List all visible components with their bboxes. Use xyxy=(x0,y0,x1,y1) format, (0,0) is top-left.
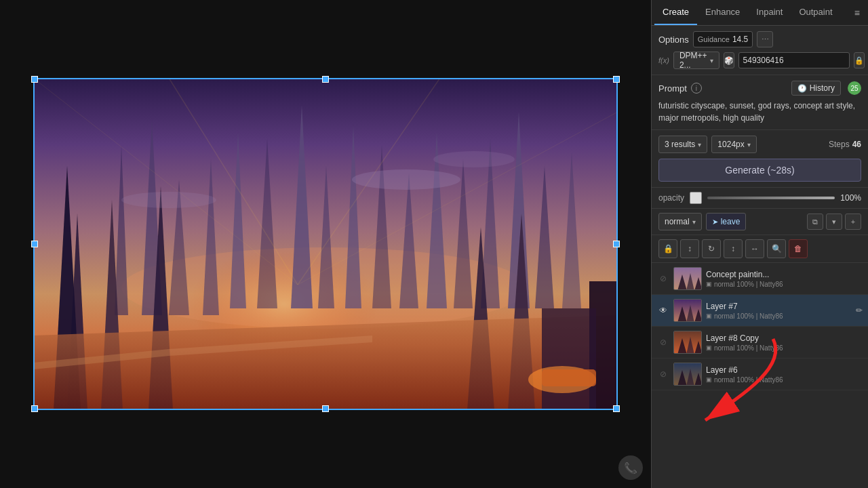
prompt-header: Prompt i 🕐 History 25 xyxy=(658,81,861,96)
history-icon: 🕐 xyxy=(797,84,807,93)
flip-h-button[interactable]: ↔ xyxy=(745,239,764,258)
layer-thumb-concept-painting xyxy=(673,267,702,290)
layer-visibility-layer-8-copy[interactable]: ⊘ xyxy=(657,336,669,348)
size-arrow: ▾ xyxy=(747,141,751,148)
sampler-value: DPM++ 2... xyxy=(679,51,707,70)
layer-item-layer-8-copy[interactable]: ⊘ Layer #8 Copy ▣ normal 100% | Natty86 xyxy=(652,327,868,359)
layer-item-layer-6[interactable]: ⊘ Layer #6 ▣ normal 100% | Natty86 xyxy=(652,359,868,390)
prompt-info-button[interactable]: i xyxy=(691,83,702,94)
blend-icons: ⧉ ▾ + xyxy=(807,214,861,230)
search-layer-button[interactable]: 🔍 xyxy=(767,239,786,258)
layer-meta-layer-8-copy: ▣ normal 100% | Natty86 xyxy=(706,344,863,352)
prompt-section: Prompt i 🕐 History 25 futuristic citysca… xyxy=(652,75,868,130)
layer-thumb-layer-6 xyxy=(673,363,702,386)
steps-label: Steps xyxy=(829,140,850,149)
layer-meta-layer-7: ▣ normal 100% | Natty86 xyxy=(706,312,852,320)
history-button[interactable]: 🕐 History xyxy=(791,81,841,96)
seed-lock-button[interactable]: 🔒 xyxy=(854,52,865,68)
transform-section: 🔒 ↕ ↻ ↕ ↔ 🔍 🗑 xyxy=(652,235,868,263)
generate-controls: 3 results ▾ 1024px ▾ Steps 46 Generate (… xyxy=(652,130,868,188)
layer-item-concept-painting[interactable]: ⊘ Concept paintin... ▣ normal 100% | Nat xyxy=(652,263,868,295)
blend-mode-dropdown[interactable]: normal ▾ xyxy=(658,213,702,230)
add-layer-button[interactable]: + xyxy=(845,214,861,230)
tab-outpaint[interactable]: Outpaint xyxy=(791,0,840,25)
phone-button[interactable]: 📞 xyxy=(618,455,643,480)
layer-meta-concept-painting: ▣ normal 100% | Natty86 xyxy=(706,281,863,288)
flip-v-button[interactable]: ↕ xyxy=(724,239,743,258)
layer-name-layer-8-copy: Layer #8 Copy xyxy=(706,333,863,343)
layer-name-layer-6: Layer #6 xyxy=(706,365,863,375)
svg-rect-32 xyxy=(542,369,596,386)
blend-arrow: ▾ xyxy=(692,218,696,226)
svg-point-37 xyxy=(352,169,460,190)
move-tool-button[interactable]: ↕ xyxy=(680,239,699,258)
right-panel: Create Enhance Inpaint Outpaint ≡ Option… xyxy=(651,0,868,488)
layer-visibility-layer-7[interactable]: 👁 xyxy=(657,304,669,317)
options-section: Options Guidance 14.5 ⋯ f(x) DPM++ 2... … xyxy=(652,26,868,75)
sampler-arrow: ▾ xyxy=(710,57,713,64)
tabs-row: Create Enhance Inpaint Outpaint ≡ xyxy=(652,0,868,26)
seed-icon: 🎲 xyxy=(724,52,734,68)
options-label: Options xyxy=(658,35,689,45)
svg-rect-30 xyxy=(542,308,596,410)
history-label: History xyxy=(810,83,835,93)
cityscape-svg xyxy=(33,78,618,410)
copy-button[interactable]: ⧉ xyxy=(807,214,823,230)
opacity-value: 100% xyxy=(840,193,861,203)
guidance-value: 14.5 xyxy=(732,35,748,44)
layer-info-layer-7: Layer #7 ▣ normal 100% | Natty86 xyxy=(706,302,852,320)
layer-name-concept-painting: Concept paintin... xyxy=(706,270,863,279)
results-dropdown[interactable]: 3 results ▾ xyxy=(658,136,707,153)
prompt-label: Prompt xyxy=(658,83,687,94)
layer-visibility-layer-6[interactable]: ⊘ xyxy=(657,368,669,380)
generate-button[interactable]: Generate (~28s) xyxy=(658,159,861,182)
delete-layer-button[interactable]: 🗑 xyxy=(789,239,808,258)
tab-enhance[interactable]: Enhance xyxy=(697,0,748,25)
tab-inpaint[interactable]: Inpaint xyxy=(748,0,791,25)
seed-field[interactable] xyxy=(738,52,850,68)
svg-point-39 xyxy=(121,192,216,208)
sampler-row: f(x) DPM++ 2... ▾ 🎲 🔒 xyxy=(658,52,861,69)
prompt-text[interactable]: futuristic cityscape, sunset, god rays, … xyxy=(658,100,861,124)
size-label: 1024px xyxy=(717,140,744,149)
svg-point-38 xyxy=(433,151,515,167)
blend-section: normal ▾ ➤ leave ⧉ ▾ + xyxy=(652,209,868,235)
options-row: Options Guidance 14.5 ⋯ xyxy=(658,31,861,47)
steps-row: Steps 46 xyxy=(829,140,861,149)
lock-tool-button[interactable]: 🔒 xyxy=(658,239,677,258)
options-more-button[interactable]: ⋯ xyxy=(757,31,773,47)
rotate-tool-button[interactable]: ↻ xyxy=(702,239,721,258)
layer-thumb-layer-8-copy xyxy=(673,331,702,354)
layers-section: ⊘ Concept paintin... ▣ normal 100% | Nat xyxy=(652,263,868,488)
opacity-slider[interactable] xyxy=(707,197,835,199)
layer-edit-layer-7[interactable]: ✏ xyxy=(856,306,863,315)
guidance-box[interactable]: Guidance 14.5 xyxy=(693,31,753,47)
blend-mode-label: normal xyxy=(665,217,690,226)
leave-button[interactable]: ➤ leave xyxy=(706,213,747,230)
layer-visibility-concept-painting[interactable]: ⊘ xyxy=(657,272,669,285)
leave-label: leave xyxy=(721,217,741,226)
steps-value: 46 xyxy=(852,140,861,149)
layer-name-layer-7: Layer #7 xyxy=(706,302,852,311)
layer-info-concept-painting: Concept paintin... ▣ normal 100% | Natty… xyxy=(706,270,863,288)
layer-info-layer-6: Layer #6 ▣ normal 100% | Natty86 xyxy=(706,365,863,384)
results-arrow: ▾ xyxy=(698,141,701,148)
tab-create[interactable]: Create xyxy=(654,0,697,25)
opacity-section: opacity 100% xyxy=(652,188,868,209)
opacity-swatch xyxy=(690,192,702,204)
fx-label: f(x) xyxy=(658,56,669,64)
guidance-label: Guidance xyxy=(698,35,730,43)
tabs-more-button[interactable]: ≡ xyxy=(849,1,865,25)
prompt-badge: 25 xyxy=(848,81,861,95)
opacity-label: opacity xyxy=(658,193,684,203)
canvas-area: 📞 xyxy=(0,0,651,488)
copy-dropdown-button[interactable]: ▾ xyxy=(826,214,842,230)
size-dropdown[interactable]: 1024px ▾ xyxy=(711,136,756,153)
layer-info-layer-8-copy: Layer #8 Copy ▣ normal 100% | Natty86 xyxy=(706,333,863,352)
layer-thumb-layer-7 xyxy=(673,299,702,322)
results-row: 3 results ▾ 1024px ▾ Steps 46 xyxy=(658,136,861,153)
leave-icon: ➤ xyxy=(712,218,718,226)
layer-item-layer-7[interactable]: 👁 Layer #7 ▣ normal 100% | Natty86 xyxy=(652,295,868,327)
canvas-wrapper xyxy=(33,78,618,410)
sampler-dropdown[interactable]: DPM++ 2... ▾ xyxy=(673,52,719,69)
